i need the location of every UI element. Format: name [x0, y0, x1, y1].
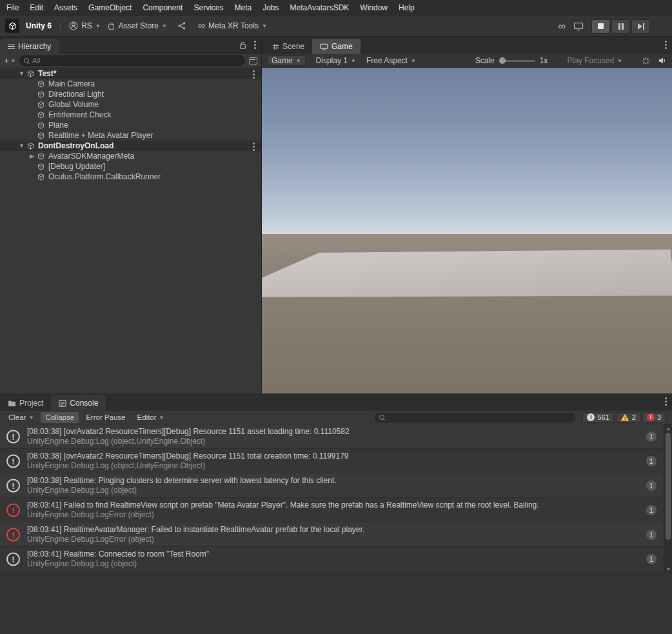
editor-dropdown[interactable]: Editor ▼ — [133, 412, 169, 423]
unity-version-label: Unity 6 — [26, 21, 52, 30]
pause-button[interactable] — [611, 19, 630, 34]
asset-store-label: Asset Store — [119, 21, 159, 30]
caret-down-icon: ▼ — [262, 23, 267, 29]
gameobject-cube-icon — [36, 131, 46, 141]
scroll-down-icon[interactable]: ▼ — [664, 565, 672, 573]
tab-project[interactable]: Project — [0, 395, 51, 411]
console-log-entry[interactable]: ! [08:03:41] Failed to find RealtimeView… — [0, 498, 672, 522]
toolbar-separator: | — [59, 21, 61, 30]
foldout-arrow-icon[interactable]: ▼ — [17, 70, 26, 77]
console-search-input[interactable] — [388, 413, 570, 421]
hierarchy-row[interactable]: Plane — [0, 120, 261, 130]
meta-xr-tools-dropdown[interactable]: ∞ Meta XR Tools ▼ — [198, 21, 267, 31]
gameobject-cube-icon — [36, 162, 46, 172]
error-pause-toggle[interactable]: Error Pause — [81, 412, 130, 423]
console-scrollbar[interactable]: ▲ ▼ — [664, 424, 672, 573]
menu-item-label: GameObject — [88, 3, 132, 12]
unity-logo-icon[interactable] — [5, 19, 19, 33]
menubar-item[interactable]: GameObject — [88, 3, 132, 12]
scroll-up-icon[interactable]: ▲ — [664, 424, 672, 432]
xr-simulator-icon[interactable]: ∞ — [558, 21, 566, 32]
menu-item-label: File — [6, 3, 19, 12]
tab-game[interactable]: Game — [312, 39, 361, 54]
search-icon — [379, 415, 385, 421]
play-button[interactable] — [591, 19, 610, 34]
foldout-arrow-icon[interactable]: ▶ — [28, 153, 36, 159]
log-severity-icon: ! — [6, 528, 20, 541]
console-log-entry[interactable]: ! [08:03:41] RealtimeAvatarManager: Fail… — [0, 522, 672, 547]
search-icon — [24, 58, 30, 64]
menubar-item[interactable]: Component — [143, 3, 183, 12]
hierarchy-search-input[interactable] — [32, 57, 241, 64]
hierarchy-row[interactable]: Main Camera — [0, 79, 261, 89]
console-log-entry[interactable]: ! [08:03:41] Realtime: Connected to room… — [0, 547, 672, 571]
device-view-icon[interactable] — [573, 22, 584, 31]
scrollbar-thumb[interactable] — [666, 433, 671, 540]
menubar-item[interactable]: Help — [399, 3, 415, 12]
scale-slider-knob[interactable] — [499, 57, 506, 64]
create-object-button[interactable]: + ▼ — [4, 55, 15, 66]
foldout-arrow-icon[interactable]: ▼ — [17, 143, 26, 149]
hierarchy-searchbox[interactable] — [19, 55, 245, 66]
menubar-item[interactable]: Meta — [234, 3, 252, 12]
play-focused-dropdown[interactable]: Play Focused ▼ — [567, 56, 622, 65]
log-stacktrace: UnityEngine.Debug:LogError (object) — [27, 510, 539, 519]
console-log-entry[interactable]: ! [08:03:38] [ovrAvatar2 ResourceTimers]… — [0, 424, 672, 449]
log-message: [08:03:41] Failed to find RealtimeView s… — [27, 500, 539, 510]
hierarchy-row[interactable]: Entitlement Check — [0, 110, 261, 120]
console-searchbox[interactable] — [375, 413, 575, 422]
step-button[interactable] — [631, 19, 650, 34]
warning-count-toggle[interactable]: ! 2 — [616, 412, 640, 422]
hierarchy-row[interactable]: [Debug Updater] — [0, 161, 261, 172]
log-message: [08:03:38] [ovrAvatar2 ResourceTimers][D… — [27, 451, 349, 461]
clear-button[interactable]: Clear ▼ — [4, 412, 38, 423]
console-log-entry[interactable]: ! [08:03:38] [ovrAvatar2 ResourceTimers]… — [0, 449, 672, 473]
mute-audio-icon[interactable] — [658, 57, 667, 64]
menubar-item[interactable]: Edit — [30, 3, 43, 12]
pause-icon — [618, 23, 624, 30]
console-tab-label: Console — [70, 399, 98, 408]
gizmos-burst-icon[interactable] — [642, 57, 650, 65]
hierarchy-menu-kebab-icon[interactable] — [254, 41, 256, 49]
menubar-item[interactable]: Assets — [54, 3, 77, 12]
hierarchy-row[interactable]: Global Volume — [0, 99, 261, 110]
display-target-dropdown[interactable]: Game ▼ — [267, 55, 306, 66]
tab-console[interactable]: Console — [51, 395, 106, 411]
tab-scene[interactable]: Scene — [264, 39, 312, 54]
log-severity-icon: ! — [6, 430, 20, 443]
display-dropdown[interactable]: Display 1 ▼ — [316, 56, 356, 65]
hierarchy-row[interactable]: ▶ AvatarSDKManagerMeta — [0, 151, 261, 161]
menubar-item[interactable]: File — [6, 3, 19, 12]
open-search-window-icon[interactable] — [249, 57, 257, 64]
scale-slider[interactable] — [499, 60, 535, 62]
hierarchy-row-label: Test* — [38, 69, 56, 78]
collapse-toggle[interactable]: Collapse — [41, 412, 79, 423]
menubar-item[interactable]: Jobs — [262, 3, 279, 12]
hierarchy-row[interactable]: Oculus.Platform.CallbackRunner — [0, 172, 261, 182]
game-viewport[interactable] — [262, 68, 672, 393]
menubar-item[interactable]: MetaAvatarsSDK — [290, 3, 350, 12]
asset-store-dropdown[interactable]: Asset Store ▼ — [107, 21, 167, 30]
version-control-icon[interactable] — [177, 21, 186, 30]
gameview-menu-kebab-icon[interactable] — [665, 41, 667, 49]
account-dropdown[interactable]: RS ▼ — [69, 21, 101, 30]
lock-icon[interactable] — [239, 41, 246, 49]
hierarchy-row[interactable]: Directional Light — [0, 89, 261, 99]
row-options-kebab-icon[interactable] — [253, 70, 255, 79]
menubar-item[interactable]: Services — [193, 3, 223, 12]
hierarchy-row[interactable]: Realtime + Meta Avatar Player — [0, 130, 261, 141]
aspect-ratio-dropdown[interactable]: Free Aspect ▼ — [366, 56, 416, 65]
hierarchy-row[interactable]: ▼ DontDestroyOnLoad — [0, 141, 261, 151]
log-message: [08:03:41] Realtime: Connected to room "… — [27, 550, 209, 559]
hierarchy-row[interactable]: ▼ Test* — [0, 68, 261, 79]
console-log-entry[interactable]: ! [08:03:38] Realtime: Pinging clusters … — [0, 473, 672, 498]
log-severity-icon: ! — [6, 503, 20, 517]
info-count-toggle[interactable]: ! 561 — [582, 412, 613, 422]
hierarchy-row-label: Global Volume — [48, 100, 99, 109]
menubar-item[interactable]: Window — [360, 3, 388, 12]
error-count-toggle[interactable]: ! 3 — [642, 412, 666, 422]
tab-hierarchy[interactable]: Hierarchy — [0, 39, 59, 54]
console-menu-kebab-icon[interactable] — [665, 397, 667, 406]
scene-tab-label: Scene — [282, 42, 304, 51]
row-options-kebab-icon[interactable] — [253, 143, 255, 151]
